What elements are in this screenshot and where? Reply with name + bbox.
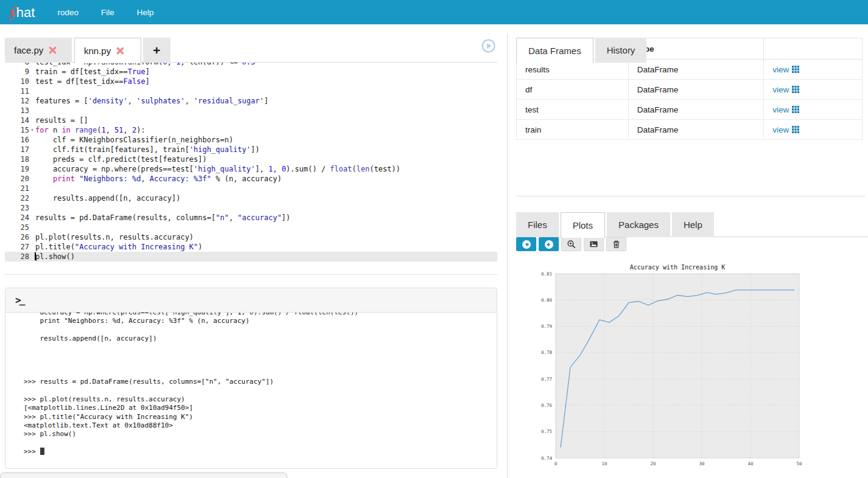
view-link[interactable]: view bbox=[772, 85, 799, 94]
code-line[interactable]: 27pl.title("Accuracy with Increasing K") bbox=[5, 242, 497, 252]
code-line[interactable]: 12features = ['density', 'sulphates', 'r… bbox=[5, 96, 497, 106]
code-line[interactable]: 15▾for n in range(1, 51, 2): bbox=[5, 125, 497, 135]
code-line[interactable]: 14results = [] bbox=[5, 116, 497, 125]
magnifier-plus-icon bbox=[567, 240, 576, 249]
variable-cell: test bbox=[517, 100, 629, 120]
code-line[interactable]: 22 results.append([n, accuracy]) bbox=[5, 193, 497, 203]
code-line[interactable]: 18 preds = clf.predict(test[features]) bbox=[5, 154, 497, 164]
code-line[interactable]: 25 bbox=[5, 223, 497, 232]
tab-history[interactable]: History bbox=[595, 38, 647, 63]
code-line[interactable]: 24results = pd.DataFrame(results, column… bbox=[5, 213, 497, 223]
plots-tab-bar: Files Plots Packages Help bbox=[516, 212, 868, 237]
type-cell: DataFrame bbox=[628, 120, 764, 140]
code-line[interactable]: 16 clf = KNeighborsClassifier(n_neighbor… bbox=[5, 135, 497, 145]
delete-plot-button[interactable] bbox=[606, 237, 626, 251]
console-line bbox=[24, 438, 497, 447]
tab-plots[interactable]: Plots bbox=[561, 212, 605, 238]
code-text: clf = KNeighborsClassifier(n_neighbors=n… bbox=[35, 135, 233, 145]
fold-marker bbox=[29, 213, 35, 223]
plots-panel: Files Plots Packages Help bbox=[516, 212, 868, 478]
code-line[interactable]: 23 bbox=[5, 203, 497, 213]
horizontal-scrollbar[interactable] bbox=[0, 473, 287, 478]
line-number: 11 bbox=[5, 86, 29, 96]
text-cursor bbox=[35, 252, 36, 260]
export-plot-button[interactable] bbox=[584, 237, 604, 251]
console-output[interactable]: accuracy = np.where(preds==test['high_qu… bbox=[5, 313, 497, 468]
line-number: 19 bbox=[5, 164, 29, 174]
view-label: view bbox=[772, 65, 789, 74]
line-number: 23 bbox=[5, 203, 29, 213]
svg-text:0.76: 0.76 bbox=[541, 403, 553, 408]
image-icon bbox=[589, 240, 598, 249]
tab-files[interactable]: Files bbox=[516, 212, 559, 237]
new-tab-button[interactable]: + bbox=[143, 38, 170, 63]
menu-help[interactable]: Help bbox=[137, 8, 154, 17]
code-line[interactable]: 26pl.plot(results.n, results.accuracy) bbox=[5, 232, 497, 242]
code-line[interactable]: 8test_idx = np.random.uniform(0, 1, len(… bbox=[5, 63, 497, 67]
console-line bbox=[24, 369, 497, 378]
console-line: >>> pl.plot(results.n, results.accuracy) bbox=[24, 395, 497, 404]
previous-plot-button[interactable] bbox=[516, 237, 536, 251]
code-line[interactable]: 28pl.show() bbox=[5, 252, 497, 262]
code-line[interactable]: 19 accuracy = np.where(preds==test['high… bbox=[5, 164, 497, 174]
accuracy-line-chart: 0.740.750.760.770.780.790.800.8101020304… bbox=[516, 258, 868, 470]
line-number: 14 bbox=[5, 116, 29, 125]
code-line[interactable]: 21 bbox=[5, 184, 497, 193]
tab-help[interactable]: Help bbox=[672, 212, 714, 237]
tab-knn-py[interactable]: knn.py bbox=[74, 38, 141, 63]
console-line: <matplotlib.text.Text at 0x10ad88f10> bbox=[24, 421, 497, 430]
line-number: 17 bbox=[5, 145, 29, 154]
line-number: 9 bbox=[5, 67, 29, 77]
fold-marker bbox=[29, 135, 35, 145]
console-line bbox=[24, 343, 497, 352]
arrow-left-circle-icon bbox=[522, 240, 531, 249]
code-line[interactable]: 10test = df[test_idx==False] bbox=[5, 77, 497, 86]
rodeo-app: ŷhat rodeo File Help face.py knn.py + bbox=[0, 0, 868, 478]
chart-title: Accuracy with Increasing K bbox=[630, 264, 726, 271]
code-editor[interactable]: 8test_idx = np.random.uniform(0, 1, len(… bbox=[5, 63, 497, 275]
table-row: test DataFrame view bbox=[517, 100, 863, 120]
line-number: 25 bbox=[5, 223, 29, 232]
variable-cell: df bbox=[517, 80, 629, 100]
view-cell: view bbox=[764, 120, 863, 140]
view-link[interactable]: view bbox=[772, 105, 799, 114]
menu-rodeo[interactable]: rodeo bbox=[57, 8, 79, 17]
tab-packages[interactable]: Packages bbox=[607, 212, 670, 237]
svg-text:50: 50 bbox=[796, 461, 802, 466]
code-line[interactable]: 13 bbox=[5, 106, 497, 116]
dataframes-panel: Data Frames History variable type result… bbox=[516, 38, 863, 140]
tab-face-py[interactable]: face.py bbox=[5, 38, 72, 63]
view-link[interactable]: view bbox=[772, 125, 799, 134]
code-text: for n in range(1, 51, 2): bbox=[35, 125, 145, 135]
fold-marker bbox=[29, 154, 35, 164]
line-number: 18 bbox=[5, 154, 29, 164]
code-text: pl.show() bbox=[35, 252, 75, 262]
zoom-plot-button[interactable] bbox=[561, 237, 581, 251]
code-text: results = [] bbox=[35, 116, 88, 125]
svg-text:40: 40 bbox=[747, 461, 754, 466]
close-tab-icon[interactable] bbox=[49, 46, 57, 54]
tab-data-frames[interactable]: Data Frames bbox=[516, 38, 593, 63]
code-line[interactable]: 9train = df[test_idx==True] bbox=[5, 67, 497, 77]
panel-separator bbox=[516, 196, 865, 196]
line-number: 22 bbox=[5, 193, 29, 203]
code-line[interactable]: 20 print "Neighbors: %d, Accuracy: %3f" … bbox=[5, 174, 497, 184]
close-tab-icon[interactable] bbox=[116, 47, 124, 55]
line-number: 26 bbox=[5, 232, 29, 242]
code-text: accuracy = np.where(preds==test['high_qu… bbox=[35, 164, 401, 174]
next-plot-button[interactable] bbox=[539, 237, 559, 251]
logo-text: hat bbox=[16, 5, 35, 20]
fold-marker bbox=[29, 116, 35, 125]
code-line[interactable]: 11 bbox=[5, 86, 497, 96]
console-line bbox=[24, 352, 497, 360]
view-label: view bbox=[772, 85, 789, 94]
code-line[interactable]: 17 clf.fit(train[features], train['high_… bbox=[5, 145, 497, 154]
code-text: test = df[test_idx==False] bbox=[35, 77, 150, 86]
svg-text:0.81: 0.81 bbox=[541, 271, 552, 277]
menu-file[interactable]: File bbox=[101, 8, 114, 17]
run-script-button[interactable] bbox=[481, 39, 495, 53]
view-link[interactable]: view bbox=[772, 65, 799, 74]
fold-marker bbox=[29, 106, 35, 116]
variable-cell: train bbox=[517, 120, 629, 140]
trash-icon bbox=[612, 240, 621, 249]
